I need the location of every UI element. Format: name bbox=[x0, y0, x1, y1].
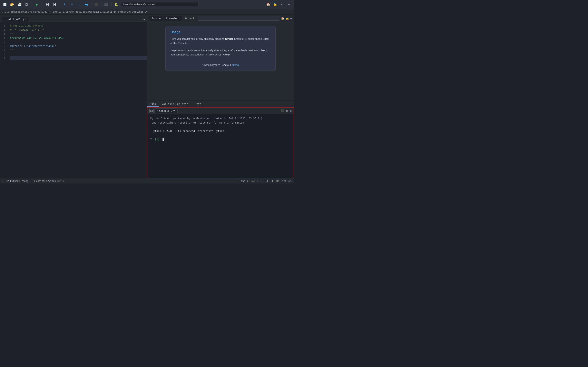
console-ipython-info: IPython 7.25.0 -- An enhanced Interactiv… bbox=[150, 129, 291, 133]
continue-icon[interactable]: ⏭ bbox=[84, 2, 89, 7]
console-panel: ✕ Console 1/A ⬛ 🗑 ≡ Python 3.9.6 | packa… bbox=[147, 107, 294, 178]
code-line-3: """ bbox=[10, 32, 147, 36]
new-file-icon[interactable]: 📄 bbox=[2, 2, 8, 7]
status-memory: Mem 92% bbox=[282, 180, 292, 183]
help-menu-icon[interactable]: ≡ bbox=[290, 17, 292, 20]
code-content[interactable]: #!/usr/bin/env python3 # -*- coding: utf… bbox=[7, 22, 147, 178]
save-all-icon[interactable] bbox=[24, 2, 30, 7]
sep3 bbox=[59, 2, 60, 7]
code-line-5 bbox=[10, 40, 147, 44]
usage-text-1: Here you can get help of any object by p… bbox=[171, 37, 270, 45]
console-dropdown-label: Console ▾ bbox=[166, 17, 180, 20]
usage-para1: Here you can get help of any object by p… bbox=[171, 38, 224, 40]
save-file-icon[interactable]: 💾 bbox=[17, 2, 22, 7]
svg-rect-2 bbox=[27, 3, 28, 6]
console-python-info-2: Type "copyright", "credits" or "license"… bbox=[150, 121, 291, 125]
status-encoding: UTF-8 bbox=[261, 180, 268, 183]
sep5 bbox=[101, 2, 102, 7]
status-lsp-icon: ⚡ bbox=[2, 180, 3, 183]
status-python-icon: ⚙ bbox=[34, 180, 35, 183]
code-line-7: """ bbox=[10, 48, 147, 52]
filepath-bar: ...tafernandez/CodingProjects/qu4nt-soft… bbox=[0, 9, 294, 15]
main-toolbar: 📄 📂 💾 ▶ ⬇ ↷ ⬆ ⏭ ⬛ 🐍 /Users/linourdanetaf… bbox=[0, 0, 294, 9]
stop-icon[interactable]: ⬛ bbox=[94, 2, 99, 7]
console-menu-icon[interactable]: ≡ bbox=[290, 109, 292, 112]
status-line-ending: LF bbox=[271, 180, 274, 183]
help-home-icon[interactable]: 🏠 bbox=[281, 17, 285, 20]
console-right-icons: ⬛ 🗑 ≡ bbox=[281, 109, 292, 112]
sep2 bbox=[42, 2, 42, 7]
bottom-pane-tabs: Help Variable Explorer Plots bbox=[147, 100, 294, 107]
svg-marker-5 bbox=[53, 3, 55, 6]
tab-source[interactable]: Source bbox=[149, 16, 163, 21]
tab-close-icon[interactable]: ✕ bbox=[4, 18, 6, 21]
console-window-icon[interactable] bbox=[149, 109, 154, 113]
editor-tabs: ✕ untitled0.py* ≡ bbox=[0, 15, 147, 22]
console-python-info-1: Python 3.9.6 | packaged by conda-forge |… bbox=[150, 117, 291, 121]
run-cell-icon[interactable] bbox=[44, 2, 50, 7]
svg-rect-8 bbox=[105, 3, 108, 6]
console-tab-close[interactable]: ✕ bbox=[156, 109, 158, 112]
code-line-4: Created on Thu Jul 22 10:31:44 2021 bbox=[10, 36, 147, 40]
usage-box: Usage Here you can get help of any objec… bbox=[165, 26, 276, 71]
wrench-icon[interactable]: ⚙ bbox=[279, 2, 285, 7]
status-python: ⚙ custom (Python 3.9.6) bbox=[34, 180, 66, 183]
help-tabs: Source Console ▾ Object 🏠 🔒 ≡ bbox=[147, 15, 294, 22]
debugger-icon[interactable] bbox=[104, 2, 109, 7]
help-content-area: Usage Here you can get help of any objec… bbox=[147, 22, 294, 100]
console-cursor bbox=[163, 138, 164, 141]
tab-label: untitled0.py* bbox=[7, 18, 26, 21]
status-sep1 bbox=[31, 180, 31, 183]
filepath-text: ...tafernandez/CodingProjects/qu4nt-soft… bbox=[2, 10, 148, 13]
help-icons-right: 🏠 🔒 ≡ bbox=[281, 17, 292, 20]
code-line-1: #!/usr/bin/env python3 bbox=[10, 24, 147, 28]
svg-rect-4 bbox=[48, 3, 49, 6]
line-numbers: 1 2 3 4 5 6 7 8 9 bbox=[0, 22, 7, 178]
code-line-6: @author: linourdanetafernandez bbox=[10, 44, 147, 48]
tutorial-link[interactable]: tutorial bbox=[232, 64, 240, 67]
menu-icon[interactable]: ≡ bbox=[286, 2, 292, 7]
python-path-input[interactable]: /Users/linourdanetafernandez bbox=[121, 2, 199, 7]
help-lock-icon[interactable]: 🔒 bbox=[286, 17, 289, 20]
run-cell-advance-icon[interactable] bbox=[52, 2, 57, 7]
open-file-icon[interactable]: 📂 bbox=[9, 2, 15, 7]
run-icon[interactable]: ▶ bbox=[34, 2, 40, 7]
step-out-icon[interactable]: ⬆ bbox=[76, 2, 82, 7]
bottom-tab-variable-explorer[interactable]: Variable Explorer bbox=[159, 101, 191, 107]
main-content: ✕ untitled0.py* ≡ 1 2 3 4 5 6 7 8 9 #!/u… bbox=[0, 15, 294, 178]
tab-console-dropdown[interactable]: Console ▾ bbox=[164, 16, 182, 21]
status-lsp: ⚡ LSP Python: ready bbox=[2, 180, 29, 183]
right-panel: Source Console ▾ Object 🏠 🔒 ≡ Usage Here… bbox=[147, 15, 294, 178]
home-icon[interactable]: 🏠 bbox=[265, 2, 271, 7]
bottom-tab-help[interactable]: Help bbox=[147, 101, 159, 107]
console-tab-1[interactable]: ✕ Console 1/A bbox=[154, 108, 178, 113]
console-stop-icon[interactable]: ⬛ bbox=[281, 109, 284, 112]
status-lsp-text: LSP Python: ready bbox=[4, 180, 29, 183]
lock-icon[interactable]: 🔒 bbox=[272, 2, 278, 7]
usage-bold1: Cmd+I bbox=[225, 38, 233, 40]
status-position: Line 9, Col 1 bbox=[240, 180, 258, 183]
status-right: Line 9, Col 1 UTF-8 LF RW Mem 92% bbox=[240, 180, 292, 183]
toolbar-right: 🏠 🔒 ⚙ ≡ bbox=[265, 2, 292, 7]
step-over-icon[interactable]: ↷ bbox=[69, 2, 75, 7]
usage-italic1: Preferences > Help. bbox=[208, 53, 230, 56]
console-prompt-line: In [1]: bbox=[150, 137, 291, 142]
step-into-icon[interactable]: ⬇ bbox=[61, 2, 67, 7]
sep1 bbox=[32, 2, 32, 7]
console-prompt: In [1]: bbox=[150, 138, 161, 141]
console-trash-icon[interactable]: 🗑 bbox=[286, 109, 288, 112]
usage-title: Usage bbox=[171, 30, 270, 34]
tab-menu-button[interactable]: ≡ bbox=[144, 18, 145, 21]
usage-text-2: Help can also be shown automatically aft… bbox=[171, 48, 270, 57]
code-area[interactable]: 1 2 3 4 5 6 7 8 9 #!/usr/bin/env python3… bbox=[0, 22, 147, 178]
bottom-tab-plots[interactable]: Plots bbox=[191, 101, 204, 107]
editor-tab-untitled0[interactable]: ✕ untitled0.py* bbox=[2, 17, 29, 22]
tab-object[interactable]: Object bbox=[183, 16, 197, 21]
console-body[interactable]: Python 3.9.6 | packaged by conda-forge |… bbox=[147, 114, 294, 178]
status-bar: ⚡ LSP Python: ready ⚙ custom (Python 3.9… bbox=[0, 178, 294, 184]
sep6 bbox=[111, 2, 112, 7]
object-search-input[interactable] bbox=[198, 16, 280, 21]
usage-tutorial-text: New to Spyder? Read our tutorial bbox=[171, 64, 270, 67]
console-tab-bar: ✕ Console 1/A ⬛ 🗑 ≡ bbox=[147, 108, 294, 114]
usage-divider bbox=[171, 60, 270, 60]
